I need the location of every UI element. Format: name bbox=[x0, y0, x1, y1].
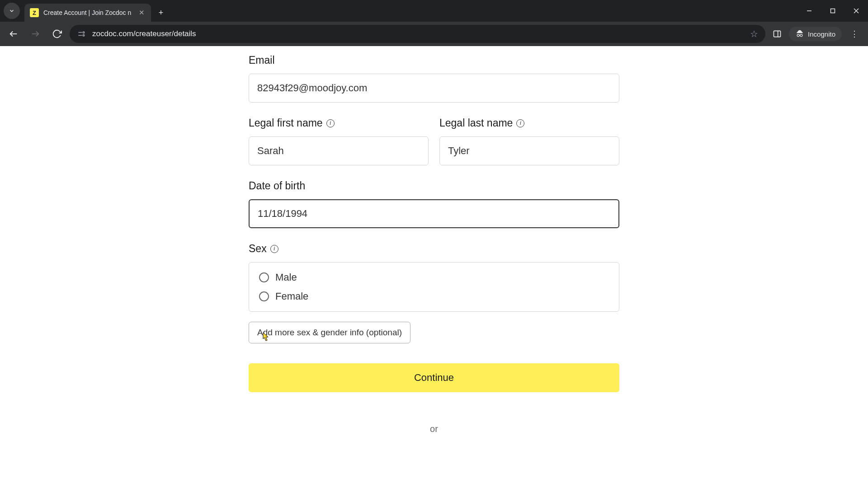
svg-point-9 bbox=[83, 35, 84, 36]
reload-button[interactable] bbox=[48, 25, 66, 43]
tab-title: Create Account | Join Zocdoc n bbox=[43, 9, 133, 16]
tab-favicon: Z bbox=[30, 8, 39, 17]
svg-point-13 bbox=[800, 34, 802, 37]
first-name-field-group: Legal first name i bbox=[249, 117, 429, 165]
dob-field-group: Date of birth bbox=[249, 180, 619, 228]
radio-icon bbox=[259, 291, 269, 301]
dob-input[interactable] bbox=[249, 199, 619, 228]
sex-label: Sex bbox=[249, 243, 267, 255]
maximize-button[interactable] bbox=[821, 2, 844, 20]
last-name-input[interactable] bbox=[439, 136, 619, 165]
side-panel-button[interactable] bbox=[769, 26, 785, 42]
name-row: Legal first name i Legal last name i bbox=[249, 117, 619, 165]
browser-tab[interactable]: Z Create Account | Join Zocdoc n ✕ bbox=[24, 4, 151, 22]
browser-chrome: Z Create Account | Join Zocdoc n ✕ + bbox=[0, 0, 868, 46]
email-label: Email bbox=[249, 54, 619, 66]
email-input[interactable] bbox=[249, 74, 619, 103]
url-text: zocdoc.com/createuser/details bbox=[92, 29, 744, 38]
incognito-label: Incognito bbox=[808, 30, 835, 38]
bookmark-icon[interactable]: ☆ bbox=[750, 28, 758, 39]
svg-rect-10 bbox=[774, 31, 781, 37]
email-field-group: Email bbox=[249, 54, 619, 103]
site-info-icon[interactable] bbox=[77, 29, 86, 38]
last-name-label: Legal last name bbox=[439, 117, 513, 129]
sex-option-female-label: Female bbox=[275, 291, 308, 302]
first-name-input[interactable] bbox=[249, 136, 429, 165]
sex-field-group: Sex i Male Female bbox=[249, 243, 619, 312]
svg-point-8 bbox=[83, 32, 84, 33]
address-bar[interactable]: zocdoc.com/createuser/details ☆ bbox=[70, 25, 765, 43]
tab-close-icon[interactable]: ✕ bbox=[137, 9, 146, 17]
address-bar-row: zocdoc.com/createuser/details ☆ Incognit… bbox=[0, 22, 868, 46]
info-icon[interactable]: i bbox=[270, 245, 278, 253]
last-name-field-group: Legal last name i bbox=[439, 117, 619, 165]
back-button[interactable] bbox=[5, 25, 23, 43]
sex-option-male-label: Male bbox=[275, 272, 297, 283]
svg-rect-1 bbox=[831, 9, 835, 13]
radio-icon bbox=[259, 272, 269, 282]
svg-point-12 bbox=[797, 34, 799, 37]
browser-menu-button[interactable]: ⋮ bbox=[845, 25, 863, 43]
close-window-button[interactable] bbox=[844, 2, 868, 20]
first-name-label: Legal first name bbox=[249, 117, 323, 129]
info-icon[interactable]: i bbox=[516, 119, 524, 127]
tab-search-button[interactable] bbox=[4, 3, 20, 19]
tab-bar: Z Create Account | Join Zocdoc n ✕ + bbox=[0, 0, 868, 22]
sex-radio-group: Male Female bbox=[249, 262, 619, 312]
window-controls bbox=[797, 0, 868, 22]
page-content: Email Legal first name i Legal last name… bbox=[0, 46, 868, 488]
new-tab-button[interactable]: + bbox=[154, 5, 168, 20]
info-icon[interactable]: i bbox=[326, 119, 335, 127]
add-gender-info-button[interactable]: Add more sex & gender info (optional) bbox=[249, 322, 410, 343]
incognito-badge[interactable]: Incognito bbox=[789, 27, 842, 41]
forward-button[interactable] bbox=[26, 25, 44, 43]
sex-option-male[interactable]: Male bbox=[259, 272, 609, 283]
minimize-button[interactable] bbox=[797, 2, 821, 20]
sex-option-female[interactable]: Female bbox=[259, 291, 609, 302]
divider-or: or bbox=[249, 424, 619, 434]
continue-button[interactable]: Continue bbox=[249, 363, 619, 392]
dob-label: Date of birth bbox=[249, 180, 619, 192]
signup-form: Email Legal first name i Legal last name… bbox=[249, 46, 619, 470]
